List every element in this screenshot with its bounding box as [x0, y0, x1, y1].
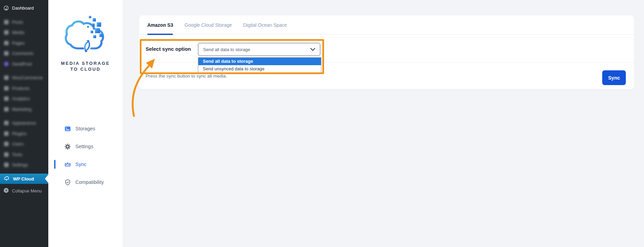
dashboard-icon	[3, 5, 9, 11]
sidebar-item-tools[interactable]: Tools	[0, 149, 48, 160]
plugin-nav-label: Storages	[75, 126, 95, 131]
sidebar-item-label: Dashboard	[12, 5, 34, 11]
pages-icon	[3, 40, 9, 46]
sync-option-select-value: Send all data to storage	[203, 47, 250, 52]
sidebar-item-seedprod[interactable]: SeedProd	[0, 59, 48, 69]
dropdown-option-send-unsynced-data-to-storage[interactable]: Send unsynced data to storage	[198, 65, 321, 73]
products-icon	[3, 85, 9, 91]
sync-option-select[interactable]: Send all data to storage	[198, 43, 320, 56]
woocommerce-icon	[3, 75, 9, 81]
tab-digital-ocean-space[interactable]: Digital Ocean Space	[243, 15, 287, 35]
collapse-menu-label: Collapse Menu	[12, 188, 42, 193]
sidebar-item-appearance[interactable]: Appearance	[0, 118, 48, 129]
sidebar-item-label: WooCommerce	[12, 75, 43, 80]
storage-tabs: Amazon S3Google Cloud StorageDigital Oce…	[139, 15, 634, 35]
sidebar-item-label: SeedProd	[12, 61, 32, 67]
collapse-arrow-icon	[3, 188, 9, 194]
tab-amazon-s3[interactable]: Amazon S3	[147, 15, 173, 35]
sidebar-item-dashboard[interactable]: Dashboard	[0, 2, 48, 14]
tab-google-cloud-storage[interactable]: Google Cloud Storage	[184, 15, 232, 35]
plugin-nav-sync[interactable]: Sync	[48, 159, 123, 169]
plugin-sidebar: MEDIA STORAGE TO CLOUD StoragesSettingsS…	[48, 0, 123, 247]
settings-icon	[3, 162, 9, 168]
media-icon	[3, 30, 9, 35]
sidebar-item-label: Products	[12, 86, 29, 91]
plugin-logo-title: MEDIA STORAGE TO CLOUD	[48, 60, 123, 72]
plugins-icon	[3, 131, 9, 136]
sync-option-dropdown-list: Send all data to storageSend unsynced da…	[198, 57, 321, 73]
users-icon	[3, 141, 9, 147]
chevron-down-icon	[310, 47, 315, 52]
sidebar-item-label: Settings	[12, 162, 28, 167]
sidebar-item-label: Media	[12, 30, 24, 35]
cloud-pixels-logo-icon	[64, 15, 108, 58]
seedprod-icon	[3, 61, 9, 67]
plugin-nav-storages[interactable]: Storages	[48, 124, 123, 134]
current-menu-notch	[45, 175, 48, 183]
sidebar-item-label: Appearance	[12, 120, 36, 126]
sidebar-item-label: Pages	[12, 40, 25, 46]
sidebar-item-users[interactable]: Users	[0, 139, 48, 150]
plugin-nav-label: Sync	[75, 162, 86, 167]
sidebar-item-label: Analytics	[12, 96, 30, 101]
sync-icon	[64, 161, 71, 168]
sidebar-item-label: Comments	[12, 51, 34, 56]
wp-admin-sidebar: DashboardPostsMediaPagesCommentsSeedProd…	[0, 0, 48, 247]
plugin-nav-label: Settings	[75, 144, 93, 149]
sync-button[interactable]: Sync	[602, 70, 626, 85]
sidebar-item-woocommerce[interactable]: WooCommerce	[0, 73, 48, 83]
sidebar-item-label: Posts	[12, 20, 23, 25]
plugin-nav-compatibility[interactable]: Compatibility	[48, 177, 123, 187]
image-icon	[64, 126, 71, 132]
plugin-logo: MEDIA STORAGE TO CLOUD	[48, 15, 123, 72]
sidebar-item-label: WP Cloud	[13, 176, 34, 181]
main-card: Amazon S3Google Cloud StorageDigital Oce…	[139, 15, 634, 89]
dropdown-option-send-all-data-to-storage[interactable]: Send all data to storage	[198, 58, 321, 65]
cloud-sync-icon	[3, 176, 10, 182]
sidebar-item-posts[interactable]: Posts	[0, 17, 48, 27]
sidebar-item-analytics[interactable]: Analytics	[0, 94, 48, 104]
posts-icon	[3, 19, 9, 25]
analytics-icon	[3, 96, 9, 102]
sidebar-item-label: Users	[12, 141, 24, 146]
shield-icon	[64, 179, 71, 186]
sidebar-item-comments[interactable]: Comments	[0, 48, 48, 59]
sidebar-item-label: Plugins	[12, 131, 27, 136]
sidebar-item-products[interactable]: Products	[0, 83, 48, 94]
sidebar-item-label: Marketing	[12, 107, 32, 112]
sidebar-item-pages[interactable]: Pages	[0, 38, 48, 48]
select-sync-option-label: Select sync option	[146, 35, 191, 63]
sidebar-item-marketing[interactable]: Marketing	[0, 104, 48, 115]
gear-icon	[64, 143, 71, 150]
plugin-nav-settings[interactable]: Settings	[48, 141, 123, 152]
tools-icon	[3, 152, 9, 157]
sidebar-item-plugins[interactable]: Plugins	[0, 128, 48, 139]
collapse-menu-button[interactable]: Collapse Menu	[0, 186, 48, 196]
sidebar-item-label: Tools	[12, 152, 22, 157]
comments-icon	[3, 51, 9, 56]
sidebar-item-media[interactable]: Media	[0, 27, 48, 38]
marketing-icon	[3, 106, 9, 112]
sidebar-item-wp-cloud[interactable]: WP Cloud	[0, 174, 48, 184]
appearance-icon	[3, 120, 9, 126]
plugin-nav-label: Compatibility	[75, 179, 104, 185]
sidebar-item-settings[interactable]: Settings	[0, 160, 48, 170]
